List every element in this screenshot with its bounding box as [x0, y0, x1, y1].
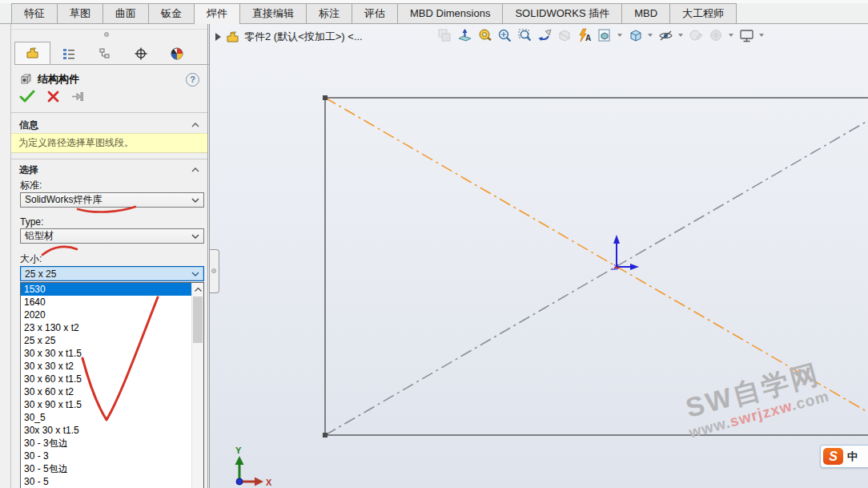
- ribbon-tab[interactable]: 焊件: [194, 3, 240, 24]
- tab-property-manager[interactable]: [50, 42, 86, 64]
- size-option[interactable]: 30 x 90 x t1.5: [21, 398, 191, 411]
- pin-icon[interactable]: [71, 91, 86, 102]
- size-option-list: 1530 1640 2020 23 x 130 x t2 25 x 25 30 …: [21, 283, 203, 488]
- normal-to-icon[interactable]: [456, 26, 473, 44]
- divider: [11, 112, 207, 113]
- section-view-icon: [556, 26, 573, 44]
- apply-scene-icon: [707, 26, 725, 44]
- chevron-down-icon: [191, 234, 199, 239]
- size-option[interactable]: 30 - 3: [21, 450, 191, 462]
- view-orientation-icon[interactable]: [626, 26, 644, 44]
- annotation-view-icon[interactable]: A: [576, 26, 593, 44]
- ribbon-tab[interactable]: 直接编辑: [239, 3, 307, 23]
- ribbon-tab[interactable]: 评估: [352, 3, 398, 23]
- dropdown-caret-icon[interactable]: [729, 34, 733, 37]
- left-dock-strip: [0, 24, 11, 488]
- size-option[interactable]: 30 x 60 x t1.5: [21, 373, 191, 385]
- ime-mode-label: 中: [847, 450, 858, 464]
- panel-tab-strip: [14, 42, 219, 65]
- size-option[interactable]: 30 - 3包边: [21, 437, 191, 450]
- ok-button[interactable]: [19, 90, 35, 103]
- chevron-down-icon: [191, 198, 199, 203]
- size-option[interactable]: 30 - 5: [21, 475, 191, 488]
- ribbon-tab[interactable]: 钣金: [148, 3, 195, 23]
- chevron-up-icon: [191, 123, 199, 127]
- size-option[interactable]: 30 - 5包边: [21, 462, 191, 475]
- size-combobox[interactable]: 25 x 25: [20, 266, 204, 281]
- zoom-to-area-icon[interactable]: [516, 26, 533, 44]
- scroll-up-icon[interactable]: [192, 283, 203, 296]
- size-option[interactable]: 1530: [21, 283, 191, 296]
- ribbon-tab[interactable]: SOLIDWORKS 插件: [502, 3, 622, 23]
- dropdown-caret-icon[interactable]: [678, 34, 683, 37]
- sketch-origin[interactable]: [612, 235, 639, 270]
- ribbon-tab[interactable]: 标注: [306, 3, 352, 23]
- tab-feature-manager[interactable]: [14, 42, 50, 64]
- coordinate-triad: Y X: [235, 446, 273, 487]
- size-option[interactable]: 1640: [21, 296, 191, 309]
- ribbon-tab[interactable]: MBD: [621, 3, 670, 23]
- ribbon-tab[interactable]: 曲面: [102, 3, 149, 23]
- panel-splitter-handle[interactable]: [210, 249, 219, 293]
- part-icon: [26, 47, 39, 59]
- ribbon-tab[interactable]: 大工程师: [669, 3, 737, 23]
- expand-caret-icon[interactable]: [215, 33, 221, 41]
- divider: [11, 159, 207, 159]
- splitter-dot-icon: [211, 268, 216, 273]
- svg-text:A: A: [585, 34, 591, 42]
- tab-display-manager[interactable]: [159, 42, 195, 64]
- construction-line-diagonal-1[interactable]: [325, 98, 868, 413]
- sketch-canvas[interactable]: Y X: [210, 24, 868, 488]
- zoom-to-fit-icon[interactable]: [496, 26, 513, 44]
- panel-grip[interactable]: [11, 29, 207, 38]
- ribbon-tab[interactable]: 草图: [57, 3, 103, 23]
- measure-icon[interactable]: [476, 26, 493, 44]
- dropdown-caret-icon[interactable]: [759, 34, 764, 37]
- size-option[interactable]: 23 x 130 x t2: [21, 321, 191, 334]
- 3d-drawing-view-icon[interactable]: [596, 26, 613, 44]
- type-value: 铝型材: [25, 229, 54, 243]
- panel-title: 结构构件: [38, 72, 79, 87]
- ribbon-tabbar: 特征 草图 曲面 钣金 焊件 直接编辑 标注 评估 MBD Dimensions…: [0, 3, 868, 24]
- sketch-vertex[interactable]: [323, 95, 328, 100]
- info-section-header[interactable]: 信息: [11, 118, 207, 132]
- axis-x-label: X: [266, 478, 272, 487]
- size-option[interactable]: 30 x 30 x t2: [21, 360, 191, 373]
- standard-label: 标准:: [20, 179, 42, 192]
- tab-dimxpert-manager[interactable]: [123, 42, 159, 64]
- chevron-down-icon: [191, 272, 199, 276]
- help-icon[interactable]: ?: [186, 73, 199, 87]
- sketch-vertex[interactable]: [323, 433, 328, 438]
- ribbon-tab[interactable]: 特征: [11, 3, 58, 23]
- selection-section-header[interactable]: 选择: [11, 163, 207, 177]
- size-option[interactable]: 30 x 30 x t1.5: [21, 347, 191, 360]
- dropdown-caret-icon[interactable]: [648, 34, 653, 37]
- hide-show-items-icon[interactable]: [657, 26, 674, 44]
- view-settings-icon[interactable]: [737, 26, 755, 44]
- scrollbar-thumb[interactable]: [193, 296, 203, 343]
- part-icon: [226, 31, 239, 43]
- graphics-viewport[interactable]: 零件2 (默认<按加工>) <...: [209, 24, 868, 488]
- cancel-button[interactable]: [47, 91, 59, 103]
- size-option[interactable]: 30_5: [21, 411, 191, 424]
- ime-indicator[interactable]: S 中: [820, 445, 868, 468]
- solidworks-window: 特征 草图 曲面 钣金 焊件 直接编辑 标注 评估 MBD Dimensions…: [0, 0, 868, 488]
- type-combobox[interactable]: 铝型材: [20, 228, 204, 244]
- ribbon-tab[interactable]: MBD Dimensions: [397, 3, 503, 23]
- configuration-icon: [98, 48, 111, 59]
- info-header-label: 信息: [19, 119, 38, 132]
- previous-view-icon[interactable]: [536, 26, 553, 44]
- size-option[interactable]: 30x 30 x t1.5: [21, 424, 191, 437]
- construction-line-diagonal-2[interactable]: [325, 120, 868, 435]
- edit-appearance-icon: [687, 26, 705, 44]
- feature-tree-root[interactable]: 零件2 (默认<按加工>) <...: [215, 30, 363, 44]
- dropdown-caret-icon[interactable]: [617, 34, 622, 37]
- type-label: Type:: [20, 216, 43, 228]
- list-scrollbar[interactable]: [191, 283, 203, 488]
- standard-combobox[interactable]: SolidWorks焊件库: [20, 192, 204, 208]
- performance-evaluate-icon: [436, 26, 453, 44]
- tab-configuration-manager[interactable]: [86, 42, 123, 64]
- size-option[interactable]: 25 x 25: [21, 334, 191, 347]
- size-option[interactable]: 2020: [21, 309, 191, 321]
- size-option[interactable]: 30 x 60 x t2: [21, 385, 191, 398]
